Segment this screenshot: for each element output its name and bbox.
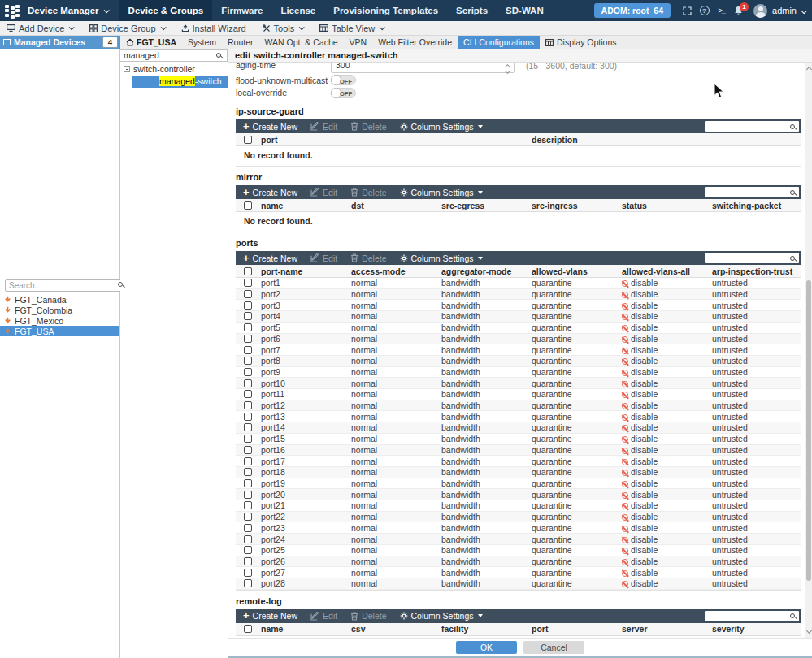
user-menu[interactable]: admin: [772, 6, 805, 15]
notifications-bell-icon[interactable]: 1: [730, 6, 747, 15]
row-checkbox[interactable]: [244, 357, 252, 365]
row-checkbox[interactable]: [244, 579, 252, 587]
fullscreen-icon[interactable]: [679, 6, 696, 15]
table-row[interactable]: port19 normal bandwidth quarantine disab…: [236, 478, 801, 490]
device-group-button[interactable]: Device Group: [89, 24, 164, 33]
column-header[interactable]: allowed-vlans: [530, 266, 620, 276]
column-header[interactable]: name: [259, 201, 350, 210]
device-row-fgt-usa[interactable]: FGT_USA: [0, 326, 119, 336]
edit-button[interactable]: Edit: [310, 253, 337, 263]
tree-node-switch-controller[interactable]: switch-controller: [120, 62, 228, 75]
table-row[interactable]: port23 normal bandwidth quarantine disab…: [236, 522, 801, 534]
tab-web-filter-override[interactable]: Web Filter Override: [372, 36, 458, 49]
table-row[interactable]: port20 normal bandwidth quarantine disab…: [236, 489, 801, 500]
scroll-down-arrow[interactable]: [806, 628, 812, 634]
column-header[interactable]: arp-inspection-trust: [710, 266, 801, 276]
menu-license[interactable]: License: [271, 0, 324, 21]
table-row[interactable]: port21 normal bandwidth quarantine disab…: [236, 500, 801, 512]
tab-device-name[interactable]: FGT_USA: [120, 36, 182, 49]
delete-button[interactable]: Delete: [350, 122, 386, 132]
tree-node-managed-switch[interactable]: managed-switch: [132, 76, 228, 88]
row-checkbox[interactable]: [244, 335, 252, 343]
row-checkbox[interactable]: [244, 312, 252, 320]
column-header[interactable]: access-mode: [350, 266, 440, 276]
device-row-fgt-mexico[interactable]: FGT_Mexico: [0, 315, 119, 326]
table-row[interactable]: port3 normal bandwidth quarantine disabl…: [236, 300, 801, 311]
create-new-button[interactable]: +Create New: [243, 611, 297, 621]
table-row[interactable]: port26 normal bandwidth quarantine disab…: [236, 556, 801, 568]
table-row[interactable]: port22 normal bandwidth quarantine disab…: [236, 512, 801, 523]
column-header[interactable]: port: [259, 135, 530, 145]
table-row[interactable]: port25 normal bandwidth quarantine disab…: [236, 545, 801, 556]
table-row[interactable]: port6 normal bandwidth quarantine disabl…: [236, 334, 801, 345]
create-new-button[interactable]: +Create New: [243, 122, 297, 132]
edit-button[interactable]: Edit: [310, 122, 337, 132]
column-header[interactable]: status: [620, 201, 710, 210]
select-all-checkbox[interactable]: [244, 201, 252, 210]
ok-button[interactable]: OK: [456, 641, 517, 654]
column-header[interactable]: port-name: [259, 266, 350, 276]
column-settings-button[interactable]: Column Settings: [400, 188, 483, 197]
table-search-input[interactable]: [705, 253, 799, 263]
delete-button[interactable]: Delete: [350, 253, 386, 263]
tools-button[interactable]: Tools: [263, 24, 304, 33]
create-new-button[interactable]: +Create New: [243, 253, 297, 263]
row-checkbox[interactable]: [244, 368, 252, 376]
table-row[interactable]: port2 normal bandwidth quarantine disabl…: [236, 289, 801, 301]
column-header[interactable]: dst: [350, 201, 440, 210]
create-new-button[interactable]: +Create New: [243, 188, 297, 197]
column-settings-button[interactable]: Column Settings: [400, 611, 483, 621]
cancel-button[interactable]: Cancel: [523, 641, 584, 654]
cli-console-icon[interactable]: >_: [713, 6, 730, 15]
add-device-button[interactable]: Add Device: [7, 24, 73, 33]
row-checkbox[interactable]: [244, 301, 252, 310]
table-search-input[interactable]: [705, 121, 799, 132]
table-search-input[interactable]: [705, 187, 799, 197]
table-row[interactable]: port16 normal bandwidth quarantine disab…: [236, 445, 801, 457]
row-checkbox[interactable]: [244, 513, 252, 521]
device-search-input[interactable]: [5, 279, 128, 292]
menu-provisioning-templates[interactable]: Provisioning Templates: [324, 0, 447, 21]
table-row[interactable]: port24 normal bandwidth quarantine disab…: [236, 534, 801, 545]
column-header[interactable]: port: [530, 624, 620, 634]
table-row[interactable]: port27 normal bandwidth quarantine disab…: [236, 567, 801, 578]
row-checkbox[interactable]: [244, 323, 252, 331]
table-row[interactable]: port4 normal bandwidth quarantine disabl…: [236, 311, 801, 323]
table-row[interactable]: port5 normal bandwidth quarantine disabl…: [236, 323, 801, 334]
table-row[interactable]: port15 normal bandwidth quarantine disab…: [236, 434, 801, 445]
menu-sdwan[interactable]: SD-WAN: [497, 0, 553, 21]
delete-button[interactable]: Delete: [350, 188, 386, 197]
table-row[interactable]: port11 normal bandwidth quarantine disab…: [236, 389, 801, 400]
row-checkbox[interactable]: [244, 479, 252, 487]
device-row-fgt-colombia[interactable]: FGT_Colombia: [0, 305, 119, 315]
row-checkbox[interactable]: [244, 491, 252, 499]
table-row[interactable]: port8 normal bandwidth quarantine disabl…: [236, 356, 801, 367]
row-checkbox[interactable]: [244, 346, 252, 354]
edit-button[interactable]: Edit: [310, 611, 337, 621]
row-checkbox[interactable]: [244, 279, 252, 287]
row-checkbox[interactable]: [244, 413, 252, 421]
row-checkbox[interactable]: [244, 446, 252, 454]
scroll-up-arrow[interactable]: [806, 67, 812, 72]
table-row[interactable]: port12 normal bandwidth quarantine disab…: [236, 400, 801, 412]
table-row[interactable]: port1 normal bandwidth quarantine disabl…: [236, 278, 801, 289]
tab-wan-opt[interactable]: WAN Opt. & Cache: [259, 36, 344, 49]
table-row[interactable]: port14 normal bandwidth quarantine disab…: [236, 422, 801, 434]
table-row[interactable]: port7 normal bandwidth quarantine disabl…: [236, 344, 801, 356]
column-header[interactable]: switching-packet: [710, 201, 801, 210]
menu-firmware[interactable]: Firmware: [212, 0, 271, 21]
install-wizard-button[interactable]: Install Wizard: [181, 24, 246, 33]
table-row[interactable]: port13 normal bandwidth quarantine disab…: [236, 411, 801, 422]
vertical-scrollbar[interactable]: [805, 63, 812, 638]
adom-button[interactable]: ADOM: root_64: [594, 3, 671, 18]
select-all-checkbox[interactable]: [244, 136, 252, 144]
menu-device-groups[interactable]: Device & Groups: [119, 0, 213, 21]
delete-button[interactable]: Delete: [350, 611, 386, 621]
tab-vpn[interactable]: VPN: [344, 36, 373, 49]
table-view-button[interactable]: Table View: [319, 24, 384, 33]
table-row[interactable]: port10 normal bandwidth quarantine disab…: [236, 378, 801, 389]
device-row-fgt-canada[interactable]: FGT_Canada: [0, 294, 119, 305]
tab-cli-configurations[interactable]: CLI Configurations: [458, 36, 540, 49]
row-checkbox[interactable]: [244, 557, 252, 565]
column-header[interactable]: name: [259, 624, 350, 634]
